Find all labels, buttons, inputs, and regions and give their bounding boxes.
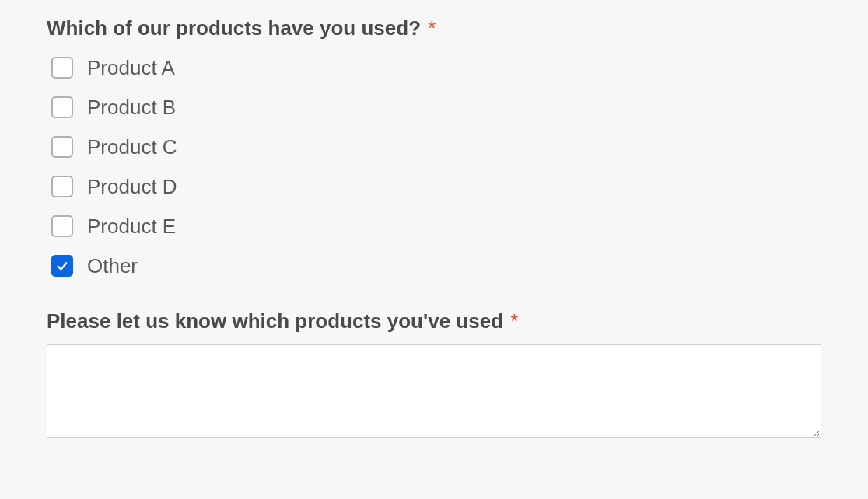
followup-title: Please let us know which products you've… [47,309,821,333]
followup-title-text: Please let us know which products you've… [47,309,503,333]
option-label: Product C [87,135,177,159]
checkbox[interactable] [51,136,73,158]
required-asterisk-icon: * [510,309,518,333]
checkbox[interactable] [51,57,73,79]
option-label: Product A [87,56,175,80]
option-label: Other [87,254,138,278]
option-item[interactable]: Product A [47,56,821,80]
option-item[interactable]: Product D [47,175,821,199]
followup-question: Please let us know which products you've… [47,309,821,441]
checkbox[interactable] [51,96,73,118]
option-item[interactable]: Product B [47,96,821,120]
question-title: Which of our products have you used? * [47,16,821,42]
checkmark-icon [55,259,69,273]
products-used-question: Which of our products have you used? * P… [47,16,821,278]
checkbox[interactable] [51,215,73,237]
checkbox[interactable] [51,176,73,197]
option-label: Product B [87,96,176,120]
option-label: Product D [87,175,177,199]
other-products-textarea[interactable] [47,344,821,438]
option-item[interactable]: Other [47,254,821,278]
question-title-text: Which of our products have you used? [47,16,421,40]
option-item[interactable]: Product C [47,135,821,159]
options-list: Product AProduct BProduct CProduct DProd… [47,56,821,278]
required-asterisk-icon: * [428,16,436,40]
checkbox[interactable] [51,255,73,277]
option-label: Product E [87,215,176,239]
option-item[interactable]: Product E [47,215,821,239]
